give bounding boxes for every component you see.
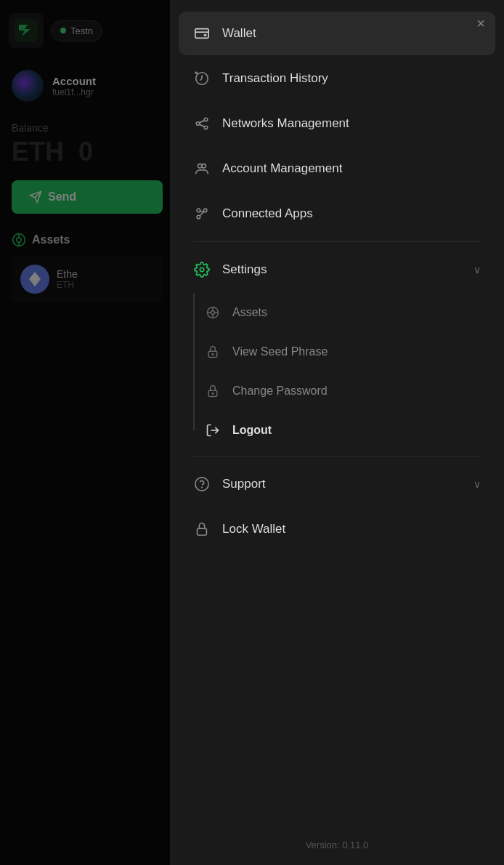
logout-label: Logout (232, 424, 272, 437)
connected-apps-label: Connected Apps (222, 206, 481, 221)
support-chevron: ∨ (473, 478, 481, 490)
assets-submenu-icon (205, 305, 221, 321)
svg-rect-36 (198, 528, 207, 535)
menu-item-networks[interactable]: Networks Management (179, 102, 495, 145)
drawer-menu: Wallet Transaction History (170, 0, 504, 825)
svg-point-14 (204, 118, 208, 121)
settings-drawer: × Wallet Transac (170, 0, 504, 865)
networks-label: Networks Management (222, 116, 481, 131)
version-text: Version: 0.11.0 (170, 825, 504, 865)
lock-wallet-label: Lock Wallet (222, 522, 481, 536)
settings-chevron: ∨ (473, 264, 481, 275)
support-label: Support (222, 477, 462, 491)
change-password-icon (205, 383, 221, 399)
account-management-icon (193, 160, 211, 177)
account-management-label: Account Management (222, 161, 481, 176)
menu-item-wallet[interactable]: Wallet (179, 12, 495, 55)
settings-label: Settings (222, 262, 462, 277)
menu-item-settings[interactable]: Settings ∨ (179, 248, 495, 291)
svg-point-32 (212, 393, 214, 395)
svg-point-22 (200, 267, 204, 272)
settings-submenu: Assets View Seed Phrase (179, 293, 495, 450)
transaction-history-icon (193, 70, 211, 87)
connected-apps-icon (193, 205, 211, 222)
assets-submenu-label: Assets (232, 306, 267, 319)
change-password-label: Change Password (232, 385, 328, 398)
menu-divider-1 (193, 241, 481, 242)
menu-divider-2 (193, 456, 481, 456)
svg-point-34 (195, 478, 208, 491)
wallet-icon (193, 25, 211, 42)
menu-item-support[interactable]: Support ∨ (179, 462, 495, 506)
menu-item-connected-apps[interactable]: Connected Apps (179, 192, 495, 236)
menu-item-transaction-history[interactable]: Transaction History (179, 57, 495, 100)
svg-rect-11 (195, 29, 208, 39)
lock-wallet-icon (193, 520, 211, 538)
submenu-item-change-password[interactable]: Change Password (179, 371, 495, 411)
transaction-history-label: Transaction History (222, 71, 481, 86)
submenu-item-logout[interactable]: Logout (179, 411, 495, 450)
svg-point-17 (198, 164, 203, 169)
wallet-label: Wallet (222, 26, 481, 41)
svg-point-30 (212, 354, 214, 355)
svg-point-18 (202, 164, 206, 169)
networks-icon (193, 115, 211, 132)
close-button[interactable]: × (469, 12, 492, 35)
svg-point-15 (196, 122, 200, 126)
submenu-item-view-seed-phrase[interactable]: View Seed Phrase (179, 332, 495, 371)
view-seed-phrase-label: View Seed Phrase (232, 345, 328, 358)
menu-item-lock-wallet[interactable]: Lock Wallet (179, 507, 495, 551)
support-icon (193, 475, 211, 493)
view-seed-phrase-icon (205, 344, 221, 360)
svg-point-24 (211, 311, 215, 315)
settings-icon (193, 261, 211, 278)
svg-point-19 (197, 215, 200, 219)
submenu-item-assets[interactable]: Assets (179, 293, 495, 332)
logout-icon (205, 422, 221, 438)
menu-item-account-management[interactable]: Account Management (179, 147, 495, 190)
svg-point-21 (197, 209, 200, 212)
svg-point-20 (203, 209, 207, 212)
svg-rect-12 (204, 34, 207, 36)
svg-point-16 (204, 126, 208, 129)
